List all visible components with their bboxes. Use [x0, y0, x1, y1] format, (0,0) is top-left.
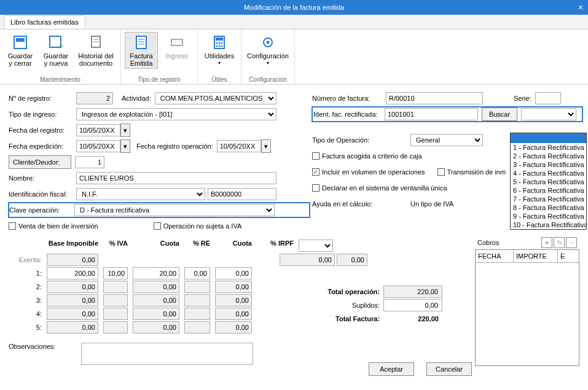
ident-rect-field[interactable]: [385, 108, 478, 120]
re-field[interactable]: [184, 294, 210, 306]
window-title: Modificación de la factura emitida: [244, 4, 344, 11]
iva-field[interactable]: [103, 294, 128, 306]
venta-bien-label: Venta de bien de inversión: [18, 222, 98, 230]
historial-button[interactable]: Historial del documento: [75, 32, 117, 69]
id-fiscal-field[interactable]: [208, 188, 276, 200]
guardar-cerrar-button[interactable]: Guardar y cerrar: [4, 32, 37, 69]
tipo-ingreso-select[interactable]: Ingresos de explotación - [I01]: [76, 108, 276, 120]
col-importe: IMPORTE: [514, 250, 558, 262]
tipo-op-select[interactable]: General: [410, 134, 483, 146]
date-picker-button[interactable]: ▾: [120, 123, 130, 137]
transmision-checkbox[interactable]: Transmisión de inm: [437, 168, 506, 176]
ribbon-label: Factura Emitida: [130, 52, 152, 67]
total-fac-label: Total Factura:: [310, 315, 383, 322]
dropdown-option[interactable]: 5 - Factura Rectificativa e: [511, 177, 586, 186]
dropdown-option[interactable]: 9 - Factura Rectificativa P: [511, 212, 586, 220]
cuota2-field[interactable]: [215, 267, 252, 279]
cuota-field[interactable]: [133, 308, 179, 320]
guardar-nueva-button[interactable]: + Guardar y nueva: [39, 32, 73, 69]
ingreso-button[interactable]: Ingreso: [160, 32, 194, 61]
actividad-select[interactable]: COM.MEN.PTOS.ALIMENTICIOS ME: [155, 92, 276, 104]
dropdown-option[interactable]: 1 - Factura Rectificativa (E: [511, 143, 586, 152]
nombre-field[interactable]: [76, 172, 276, 184]
fecha-registro-label: Fecha del registro:: [9, 127, 76, 134]
close-icon[interactable]: ×: [578, 0, 583, 15]
cuota-field[interactable]: [133, 281, 179, 293]
window-titlebar: Modificación de la factura emitida ×: [0, 0, 588, 15]
n-registro-field[interactable]: [76, 92, 113, 104]
cuota-field[interactable]: [133, 321, 179, 333]
irpf-combo[interactable]: [299, 240, 333, 252]
dropdown-option[interactable]: 7 - Factura Rectificativa P: [511, 195, 586, 203]
declarar-vent-label: Declarar en el sistema de ventanilla úni…: [322, 184, 447, 192]
cobros-table[interactable]: FECHA IMPORTE E: [475, 249, 579, 366]
dropdown-option[interactable]: 2 - Factura Rectificativa (A: [511, 152, 586, 160]
buscar-button[interactable]: Buscar: [482, 107, 517, 121]
cuota-field[interactable]: [133, 294, 179, 306]
aceptar-button[interactable]: Aceptar: [369, 362, 414, 376]
base-field[interactable]: [47, 321, 98, 333]
date-picker-button[interactable]: ▾: [261, 139, 271, 153]
row-label: 4:: [9, 309, 44, 319]
cuota2-field[interactable]: [215, 281, 252, 293]
iva-field[interactable]: [103, 281, 128, 293]
dropdown-option[interactable]: 10 - Factura Rectificativa: [511, 220, 586, 229]
suplidos-value[interactable]: [383, 299, 442, 311]
fecha-reg-op-field[interactable]: [217, 140, 261, 152]
document-icon: [133, 34, 150, 51]
base-field[interactable]: [47, 294, 98, 306]
edit-cobro-icon[interactable]: ✎: [554, 237, 565, 248]
base-field[interactable]: [47, 267, 98, 279]
iva-field[interactable]: [103, 267, 128, 279]
exenta-base[interactable]: [47, 254, 98, 266]
dropdown-option[interactable]: 8 - Factura Rectificativa P: [511, 203, 586, 212]
rect-serie-select[interactable]: [521, 108, 576, 120]
clave-op-select[interactable]: D - Factura rectificativa: [74, 204, 275, 216]
incluir-vol-checkbox[interactable]: ✓Incluir en volumen de operaciones: [312, 168, 425, 176]
col-cuota: Cuota: [130, 238, 182, 253]
add-cobro-icon[interactable]: +: [541, 237, 552, 248]
re-field[interactable]: [184, 308, 210, 320]
cuota2-field[interactable]: [215, 294, 252, 306]
row-label: 1:: [9, 268, 44, 278]
cuota-field[interactable]: [133, 267, 179, 279]
re-field[interactable]: [184, 321, 210, 333]
num-factura-field[interactable]: [386, 92, 483, 104]
delete-cobro-icon[interactable]: −: [566, 237, 577, 248]
dropdown-option[interactable]: 6 - Factura Rectificativa P: [511, 186, 586, 195]
total-op-label: Total operación:: [310, 288, 383, 295]
actividad-label: Actividad:: [122, 95, 151, 102]
base-field[interactable]: [47, 281, 98, 293]
cancelar-button[interactable]: Cancelar: [426, 362, 472, 376]
serie-field[interactable]: [535, 92, 561, 104]
dropdown-option[interactable]: 3 - Factura Rectificativa (A: [511, 160, 586, 169]
op-no-sujeta-checkbox[interactable]: Operación no sujeta a IVA: [154, 222, 242, 230]
configuracion-button[interactable]: Configuración ▾: [245, 32, 291, 69]
irpf-base[interactable]: [280, 254, 335, 266]
col-fecha: FECHA: [476, 250, 514, 262]
observaciones-field[interactable]: [81, 343, 253, 365]
factura-emitida-button[interactable]: Factura Emitida: [125, 32, 158, 69]
utilidades-button[interactable]: Utilidades ▾: [202, 32, 237, 69]
col-cuota2: Cuota: [213, 238, 254, 253]
venta-bien-checkbox[interactable]: Venta de bien de inversión: [9, 222, 98, 230]
base-field[interactable]: [47, 308, 98, 320]
fecha-registro-field[interactable]: [76, 124, 120, 136]
declarar-vent-checkbox[interactable]: Declarar en el sistema de ventanilla úni…: [312, 184, 447, 192]
fecha-exped-field[interactable]: [76, 140, 120, 152]
cuota2-field[interactable]: [215, 308, 252, 320]
cliente-deudor-button[interactable]: Cliente/Deudor:: [9, 155, 71, 169]
acogida-caja-checkbox[interactable]: Factura acogida a criterio de caja: [312, 152, 422, 160]
cuota2-field[interactable]: [215, 321, 252, 333]
cliente-field[interactable]: [75, 156, 104, 168]
re-field[interactable]: [184, 281, 210, 293]
iva-field[interactable]: [103, 308, 128, 320]
iva-field[interactable]: [103, 321, 128, 333]
re-field[interactable]: [184, 267, 210, 279]
id-fiscal-tipo-select[interactable]: N.I.F.: [76, 188, 205, 200]
dropdown-option[interactable]: 4 - Factura Rectificativa (R: [511, 169, 586, 177]
irpf-pct[interactable]: [337, 254, 367, 266]
tab-libro-facturas[interactable]: Libro facturas emitidas: [4, 15, 85, 28]
rect-type-dropdown[interactable]: 1 - Factura Rectificativa (E2 - Factura …: [510, 133, 587, 230]
date-picker-button[interactable]: ▾: [120, 139, 130, 153]
